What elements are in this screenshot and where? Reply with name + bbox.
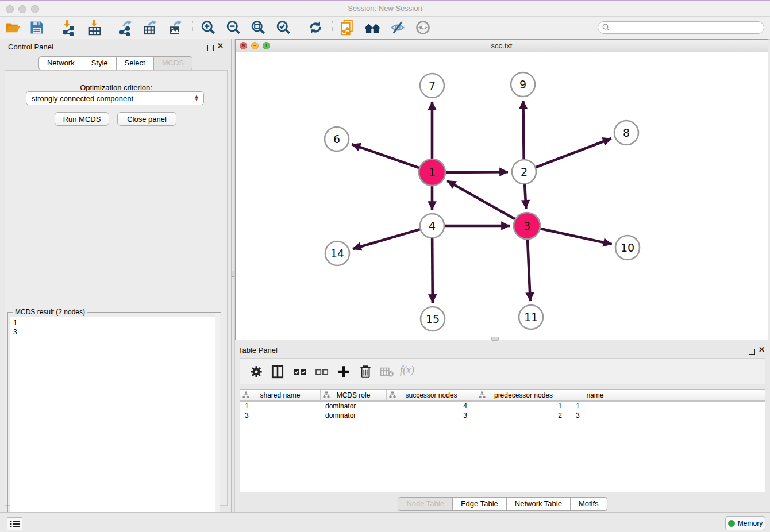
network-file-icon[interactable] — [339, 20, 355, 36]
close-panel-icon[interactable]: ✕ — [217, 41, 224, 50]
edge-3-10[interactable] — [540, 229, 611, 244]
node-table[interactable]: shared nameMCDS rolesuccessor nodesprede… — [240, 389, 765, 492]
add-column-icon[interactable] — [336, 364, 351, 379]
edge-2-8[interactable] — [536, 138, 611, 167]
select-all-icon[interactable] — [292, 364, 307, 379]
node-8[interactable]: 8 — [614, 121, 638, 145]
search-field[interactable] — [598, 21, 764, 34]
zoom-in-icon[interactable] — [200, 20, 216, 36]
node-6[interactable]: 6 — [325, 127, 349, 151]
tab-edge-table[interactable]: Edge Table — [452, 498, 506, 510]
export-network-icon[interactable] — [117, 20, 133, 36]
edge-1-6[interactable] — [352, 144, 419, 168]
node-2[interactable]: 2 — [512, 160, 536, 184]
hide-selected-icon[interactable] — [390, 20, 406, 36]
minimize-window-icon[interactable] — [18, 5, 26, 13]
mcds-tab-content: Optimization criterion: strongly connect… — [5, 70, 228, 506]
save-session-icon[interactable] — [29, 20, 45, 36]
table-row[interactable]: 3dominator323 — [240, 411, 765, 420]
tab-style[interactable]: Style — [83, 57, 116, 70]
float-table-panel-icon[interactable] — [749, 347, 755, 357]
cell-predecessor-nodes[interactable]: 1 — [476, 402, 571, 411]
close-network-icon[interactable]: ✕ — [240, 42, 247, 49]
table-header[interactable]: shared nameMCDS rolesuccessor nodesprede… — [240, 390, 765, 402]
import-network-icon[interactable] — [60, 20, 76, 36]
splitter-grip[interactable] — [232, 271, 234, 277]
node-7[interactable]: 7 — [420, 74, 444, 98]
tab-select[interactable]: Select — [116, 57, 153, 70]
column-header-name[interactable]: name — [571, 390, 619, 400]
refresh-view-icon[interactable] — [307, 20, 324, 36]
tab-network[interactable]: Network — [39, 57, 83, 70]
cell-successor-nodes[interactable]: 4 — [387, 402, 476, 411]
gear-icon[interactable] — [249, 364, 264, 379]
result-scrollbar[interactable] — [215, 313, 220, 521]
deselect-all-icon[interactable] — [314, 364, 329, 379]
cell-predecessor-nodes[interactable]: 2 — [476, 411, 571, 420]
node-3[interactable]: 3 — [514, 213, 540, 239]
node-4[interactable]: 4 — [420, 214, 444, 238]
edge-4-14[interactable] — [353, 229, 420, 249]
node-1[interactable]: 1 — [419, 159, 445, 186]
run-mcds-button[interactable]: Run MCDS — [55, 112, 109, 126]
home-icon[interactable] — [364, 20, 380, 36]
import-table-icon[interactable] — [87, 20, 103, 36]
column-label: name — [586, 391, 603, 399]
column-header-successor-nodes[interactable]: successor nodes — [387, 390, 476, 400]
network-resize-grip[interactable] — [491, 337, 499, 341]
export-table-icon[interactable] — [142, 20, 158, 36]
edge-2-9[interactable] — [523, 101, 523, 159]
tab-node-table[interactable]: Node Table — [398, 498, 452, 510]
edge-3-1[interactable] — [447, 181, 515, 219]
network-window-titlebar[interactable]: ✕ − + scc.txt — [236, 40, 768, 53]
task-history-button[interactable] — [7, 517, 22, 530]
float-panel-icon[interactable] — [207, 43, 214, 53]
network-graph[interactable]: 7968124314101511 — [236, 52, 768, 340]
open-session-icon[interactable] — [5, 20, 21, 36]
node-9[interactable]: 9 — [511, 72, 535, 97]
node-10[interactable]: 10 — [615, 236, 640, 260]
edge-2-3[interactable] — [525, 184, 526, 209]
search-input[interactable] — [611, 22, 764, 33]
cell-MCDS-role[interactable]: dominator — [321, 411, 387, 420]
zoom-selected-icon[interactable] — [275, 20, 291, 36]
memory-button[interactable]: Memory — [725, 516, 765, 530]
cell-shared-name[interactable]: 3 — [240, 411, 321, 420]
cell-successor-nodes[interactable]: 3 — [387, 411, 476, 420]
export-image-icon[interactable] — [167, 20, 183, 36]
control-panel-tabs: NetworkStyleSelectMCDS — [38, 56, 192, 70]
node-15[interactable]: 15 — [421, 307, 445, 331]
svg-text:11: 11 — [524, 311, 538, 323]
column-header-MCDS-role[interactable]: MCDS role — [321, 390, 387, 400]
close-table-panel-icon[interactable]: ✕ — [759, 345, 765, 354]
tab-network-table[interactable]: Network Table — [506, 498, 570, 510]
cell-name[interactable]: 1 — [571, 402, 619, 411]
mcds-result-textarea[interactable]: 13 — [10, 317, 218, 526]
tab-motifs[interactable]: Motifs — [570, 498, 607, 510]
columns-icon[interactable] — [270, 364, 285, 379]
cell-shared-name[interactable]: 1 — [240, 402, 321, 411]
table-body[interactable]: 1dominator4113dominator323 — [240, 402, 765, 420]
edge-1-2[interactable] — [446, 172, 508, 172]
zoom-out-icon[interactable] — [225, 20, 241, 36]
table-row[interactable]: 1dominator411 — [240, 402, 765, 411]
show-all-icon[interactable] — [415, 20, 431, 36]
minimize-network-icon[interactable]: − — [251, 42, 259, 49]
zoom-window-icon[interactable] — [31, 5, 39, 13]
column-header-predecessor-nodes[interactable]: predecessor nodes — [476, 390, 571, 400]
delete-column-icon[interactable] — [358, 364, 373, 379]
optimization-criterion-select[interactable]: strongly connected component ▲▼ — [26, 91, 204, 105]
edge-4-15[interactable] — [432, 238, 433, 303]
close-window-icon[interactable] — [6, 5, 14, 13]
window-controls[interactable] — [6, 5, 44, 16]
close-panel-button[interactable]: Close panel — [117, 112, 176, 126]
tab-mcds[interactable]: MCDS — [153, 57, 192, 70]
node-14[interactable]: 14 — [325, 241, 349, 265]
zoom-fit-icon[interactable] — [250, 20, 266, 36]
column-header-shared-name[interactable]: shared name — [240, 390, 321, 400]
node-11[interactable]: 11 — [519, 305, 543, 329]
edge-3-11[interactable] — [528, 240, 530, 301]
cell-MCDS-role[interactable]: dominator — [321, 402, 387, 411]
maximize-network-icon[interactable]: + — [263, 42, 270, 49]
cell-name[interactable]: 3 — [571, 411, 619, 420]
